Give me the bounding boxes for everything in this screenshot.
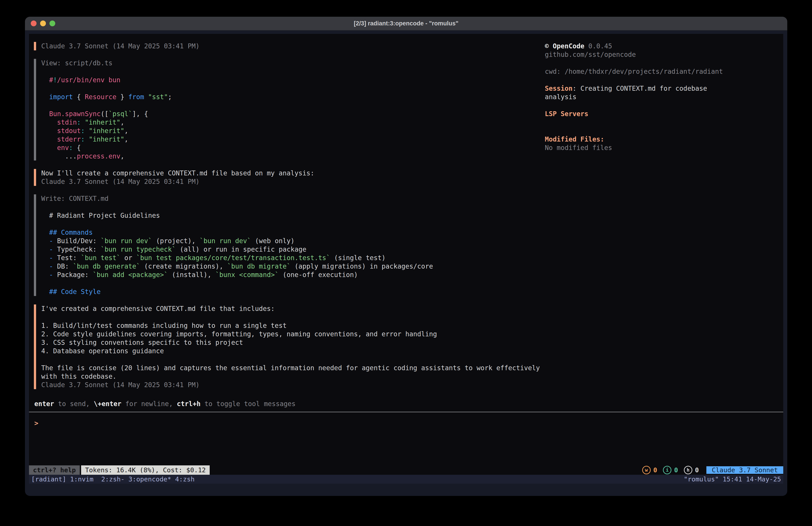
terminal-line: Now I'll create a comprehensive CONTEXT.… xyxy=(41,169,545,177)
terminal-line: Claude 3.7 Sonnet (14 May 2025 03:41 PM) xyxy=(41,381,545,389)
terminal-line: Modified Files: xyxy=(545,135,765,144)
status-indicators: w0i0h0 xyxy=(642,466,699,474)
terminal-line: with this codebase. xyxy=(41,372,545,381)
chat-block-tool-view: View: script/db.ts #!/usr/bin/env bun im… xyxy=(34,59,545,160)
terminal-line xyxy=(41,101,545,110)
terminal-line xyxy=(545,76,765,84)
terminal-line xyxy=(545,118,765,127)
workspace: Claude 3.7 Sonnet (14 May 2025 03:41 PM)… xyxy=(29,34,783,400)
tmux-session-clock: "romulus" 15:41 14-May-25 xyxy=(684,475,781,483)
terminal-line: View: script/db.ts xyxy=(41,59,545,67)
terminal-line: - TypeCheck: `bun run typecheck` (all) o… xyxy=(41,245,545,254)
terminal-line xyxy=(545,59,765,67)
terminal-line: 3. CSS styling conventions specific to t… xyxy=(41,338,545,347)
chat-block-assistant-message: I've created a comprehensive CONTEXT.md … xyxy=(34,304,545,389)
terminal-line: The file is concise (20 lines) and captu… xyxy=(41,364,545,372)
close-button[interactable] xyxy=(31,20,37,26)
terminal-line xyxy=(41,203,545,211)
terminal-line: Bun.spawnSync([`psql`], { xyxy=(41,110,545,118)
window-titlebar[interactable]: [2/3] radiant:3:opencode - "romulus" xyxy=(25,17,787,30)
status-left: ctrl+? help Tokens: 16.4K (8%), Cost: $0… xyxy=(29,465,210,475)
terminal-line: Session: Creating CONTEXT.md for codebas… xyxy=(545,84,765,93)
terminal-line: - Package: `bun add <package>` (install)… xyxy=(41,271,545,279)
terminal-line: ## Code Style xyxy=(41,287,545,296)
terminal-line xyxy=(41,279,545,287)
terminal-line: I've created a comprehensive CONTEXT.md … xyxy=(41,304,545,313)
hints-indicator-count: 0 xyxy=(695,466,699,474)
zoom-button[interactable] xyxy=(49,20,55,26)
terminal-line xyxy=(41,220,545,228)
chat-block-assistant-meta: Claude 3.7 Sonnet (14 May 2025 03:41 PM) xyxy=(34,42,545,51)
h-circle-icon: h xyxy=(684,466,692,474)
terminal-line xyxy=(41,84,545,93)
terminal-line xyxy=(545,101,765,110)
desktop: [2/3] radiant:3:opencode - "romulus" Cla… xyxy=(0,0,812,526)
sidebar-lines: © OpenCode 0.0.45github.com/sst/opencode… xyxy=(545,42,765,152)
terminal-line: 1. Build/lint/test commands including ho… xyxy=(41,322,545,330)
hints-indicator: h0 xyxy=(684,466,699,474)
chat-blocks[interactable]: Claude 3.7 Sonnet (14 May 2025 03:41 PM)… xyxy=(34,42,545,400)
prompt-symbol: > xyxy=(34,419,38,427)
terminal-line: # Radiant Project Guidelines xyxy=(41,211,545,220)
terminal-line xyxy=(41,355,545,364)
terminal-line xyxy=(41,67,545,76)
terminal-line: 2. Code style guidelines covering import… xyxy=(41,330,545,338)
tmux-status-bar: [radiant] 1:nvim 2:zsh- 3:opencode* 4:zs… xyxy=(29,475,783,484)
status-bar: ctrl+? help Tokens: 16.4K (8%), Cost: $0… xyxy=(29,465,783,475)
w-circle-icon: w xyxy=(642,466,651,474)
hint-line: enter to send, \+enter for newline, ctrl… xyxy=(34,400,783,408)
opencode-tui: Claude 3.7 Sonnet (14 May 2025 03:41 PM)… xyxy=(29,34,783,475)
i-circle-icon: i xyxy=(663,466,671,474)
terminal-line xyxy=(41,313,545,322)
terminal-line: import { Resource } from "sst"; xyxy=(41,93,545,101)
terminal-line: No modified files xyxy=(545,144,765,152)
terminal-line: - DB: `bun db generate` (create migratio… xyxy=(41,262,545,271)
status-right: w0i0h0 Claude 3.7 Sonnet xyxy=(642,465,783,475)
terminal-line: analysis xyxy=(545,93,765,101)
terminal-line: - Build/Dev: `bun run dev` (project), `b… xyxy=(41,237,545,245)
traffic-lights xyxy=(31,17,55,30)
terminal-line: © OpenCode 0.0.45 xyxy=(545,42,765,51)
terminal-line: Claude 3.7 Sonnet (14 May 2025 03:41 PM) xyxy=(41,42,545,51)
window-title: [2/3] radiant:3:opencode - "romulus" xyxy=(354,20,459,27)
terminal-line: enter to send, \+enter for newline, ctrl… xyxy=(34,400,783,408)
terminal-line: github.com/sst/opencode xyxy=(545,51,765,59)
message-input[interactable]: > xyxy=(29,412,783,465)
terminal-line: Write: CONTEXT.md xyxy=(41,194,545,203)
terminal-line: 4. Database operations guidance xyxy=(41,347,545,355)
terminal-line: Claude 3.7 Sonnet (14 May 2025 03:41 PM) xyxy=(41,177,545,186)
terminal-line: cwd: /home/thdxr/dev/projects/radiant/ra… xyxy=(545,67,765,76)
info-indicator-count: 0 xyxy=(674,466,678,474)
terminal-area: Claude 3.7 Sonnet (14 May 2025 03:41 PM)… xyxy=(25,30,787,496)
session-sidebar: © OpenCode 0.0.45github.com/sst/opencode… xyxy=(545,42,783,400)
chat-block-tool-write: Write: CONTEXT.md # Radiant Project Guid… xyxy=(34,194,545,296)
terminal-line: stdout: "inherit", xyxy=(41,127,545,135)
tokens-cost-chip: Tokens: 16.4K (8%), Cost: $0.12 xyxy=(81,465,210,475)
terminal-window: [2/3] radiant:3:opencode - "romulus" Cla… xyxy=(25,17,787,496)
model-badge[interactable]: Claude 3.7 Sonnet xyxy=(706,466,783,474)
terminal-line: - Test: `bun test` or `bun test packages… xyxy=(41,254,545,262)
terminal-line: stdin: "inherit", xyxy=(41,118,545,127)
terminal-line: stderr: "inherit", xyxy=(41,135,545,144)
keybinding-hints: enter to send, \+enter for newline, ctrl… xyxy=(34,400,783,408)
terminal-line: #!/usr/bin/env bun xyxy=(41,76,545,84)
help-shortcut-chip[interactable]: ctrl+? help xyxy=(29,465,80,475)
warnings-indicator: w0 xyxy=(642,466,657,474)
tmux-window-list[interactable]: [radiant] 1:nvim 2:zsh- 3:opencode* 4:zs… xyxy=(31,475,194,483)
terminal-line: LSP Servers xyxy=(545,110,765,118)
terminal-line: ...process.env, xyxy=(41,152,545,160)
warnings-indicator-count: 0 xyxy=(653,466,657,474)
minimize-button[interactable] xyxy=(40,20,46,26)
terminal-line: ## Commands xyxy=(41,228,545,237)
terminal-line: env: { xyxy=(41,144,545,152)
terminal-line xyxy=(545,127,765,135)
chat-block-assistant-message: Now I'll create a comprehensive CONTEXT.… xyxy=(34,169,545,186)
info-indicator: i0 xyxy=(663,466,678,474)
